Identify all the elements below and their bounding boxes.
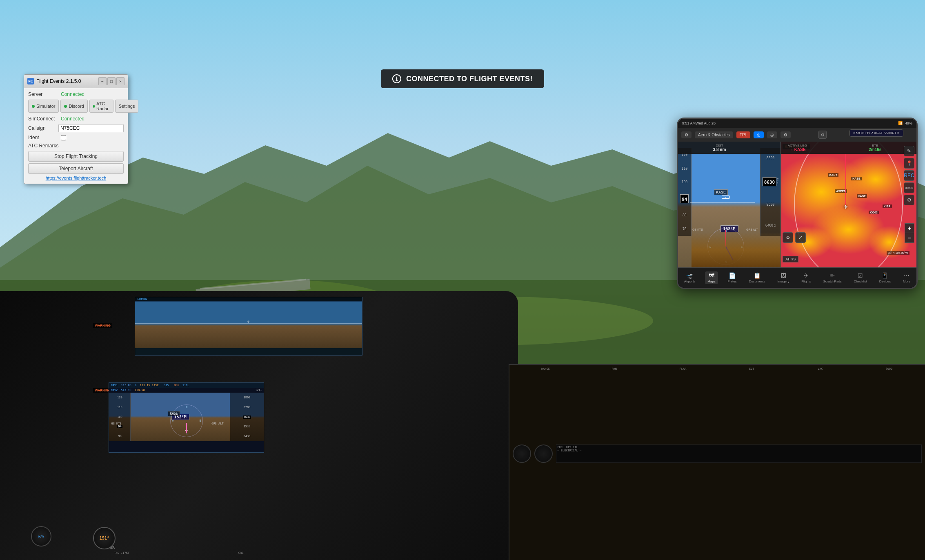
zoom-in-btn[interactable]: +: [905, 223, 914, 233]
banner-text: CONNECTED TO FLIGHT EVENTS!: [406, 75, 533, 83]
teleport-aircraft-button[interactable]: Teleport Aircraft: [28, 163, 124, 174]
dist-item: DIST 3.8 nm: [713, 144, 726, 152]
right-cockpit-instruments: RANGE PAN FLAR EDT VAC 3000 FUEL OTY CAL…: [509, 364, 925, 560]
gear-btn[interactable]: ⚙: [904, 195, 914, 205]
alt-8500-ff: 8500: [767, 203, 774, 207]
map-settings-side-btn[interactable]: ⚙: [783, 232, 793, 243]
inst-pan: PAN: [581, 367, 648, 440]
gps-alt-label: GPS ALT: [211, 422, 224, 425]
fpl-btn[interactable]: FPL: [736, 131, 750, 138]
pin-btn[interactable]: 📍: [904, 158, 914, 169]
tab-discord[interactable]: Discord: [60, 100, 87, 113]
tab-settings[interactable]: Settings: [115, 100, 139, 113]
ipad-topbar: 9:51 AM Wed Aug 26 📶 49%: [678, 119, 916, 128]
tab-simulator[interactable]: Simulator: [28, 100, 59, 113]
kase-map-label: KASE: [851, 177, 861, 180]
alt-8430: 8430: [244, 435, 251, 438]
layers-btn[interactable]: ◎: [754, 131, 764, 138]
close-button[interactable]: ×: [116, 77, 125, 85]
rec-label: REC: [904, 173, 914, 178]
pencil-btn[interactable]: ✎: [904, 146, 914, 156]
tab-plates[interactable]: 📄 Plates: [725, 271, 739, 284]
tab-maps[interactable]: 🗺 Maps: [705, 271, 718, 284]
nav1-freq: 113.00: [121, 384, 131, 387]
terrain-gradient: [692, 232, 780, 267]
aircraft-position-right: ✈: [843, 204, 848, 210]
settings-nav-btn[interactable]: ⚙: [780, 131, 791, 138]
tab-airports[interactable]: 🛫 Airports: [682, 271, 698, 284]
documents-label: Documents: [749, 280, 765, 283]
alt-side-2b: 2: [774, 224, 776, 227]
map-settings-icon: ⚙: [786, 235, 790, 240]
ipad-wifi-icon: 📶: [898, 121, 903, 125]
aero-obstacles-btn[interactable]: Aero & Obstacles: [695, 131, 733, 138]
simconnect-status: Connected: [61, 116, 84, 122]
kase-label: KASE: [168, 411, 180, 416]
dialog-window-controls: − □ ×: [98, 77, 125, 85]
tab-flights[interactable]: ✈ Flights: [799, 271, 814, 284]
left-panel-attitude: 120 110 100 94 80 70 8800: [678, 142, 780, 267]
plates-label: Plates: [727, 280, 736, 283]
zoom-controls: + −: [905, 223, 914, 243]
zoom-out-btn[interactable]: −: [905, 233, 914, 243]
dialog-app-icon: FE: [27, 78, 34, 84]
more-label: More: [903, 280, 910, 283]
panel-divider: [780, 142, 781, 267]
ff-bottom-tabs: 🛫 Airports 🗺 Maps 📄 Plates 📋 Documents 🖼…: [678, 267, 916, 288]
restore-button[interactable]: □: [107, 77, 116, 85]
minimize-button[interactable]: −: [98, 77, 107, 85]
spd-80-t: 80: [683, 213, 687, 217]
ident-checkbox[interactable]: [61, 135, 66, 140]
ipad-battery: 49%: [905, 121, 912, 125]
spd-70-t: 70: [683, 227, 687, 231]
inst-vac: VAC: [787, 367, 854, 440]
speed-readout: 94: [680, 194, 689, 203]
instrument-dials: FUEL OTY CAL — ELECTRICAL —: [509, 443, 925, 464]
tab-scratchpads[interactable]: ✏ ScratchPads: [820, 271, 844, 284]
adsb-btn[interactable]: ◎: [767, 131, 777, 138]
foreflight-map[interactable]: 120 110 100 94 80 70 8800: [678, 142, 916, 267]
nav-gauge: NAV: [31, 526, 51, 547]
tab-devices[interactable]: 📱 Devices: [877, 271, 893, 284]
active-leg-value: → KASE: [789, 147, 806, 152]
callsign-input[interactable]: [58, 124, 124, 132]
rec-btn[interactable]: REC: [904, 170, 914, 181]
brg-val: 118.: [182, 384, 189, 387]
tag-label: TAG 117KT: [114, 551, 129, 555]
dialog-title-area: FE Flight Events 2.1.5.0: [27, 78, 81, 84]
garmin-horizon: ✈: [135, 302, 362, 348]
tab-documents[interactable]: 📋 Documents: [746, 271, 767, 284]
simulator-dot: [32, 105, 35, 108]
checklist-label: Checklist: [854, 280, 867, 283]
tab-checklist[interactable]: ☑ Checklist: [852, 271, 869, 284]
inst-3000: 3000: [856, 367, 923, 440]
instrument-grid: RANGE PAN FLAR EDT VAC 3000: [509, 365, 925, 443]
stop-flight-tracking-button[interactable]: Stop Flight Tracking: [28, 151, 124, 162]
server-status: Connected: [61, 91, 84, 97]
devices-label: Devices: [879, 280, 891, 283]
dialog-titlebar: FE Flight Events 2.1.5.0 − □ ×: [24, 75, 128, 88]
scratchpads-icon: ✏: [830, 272, 835, 279]
dialog-title: Flight Events 2.1.5.0: [36, 78, 81, 84]
scratchpads-label: ScratchPads: [823, 280, 841, 283]
magenta-track-line: [845, 154, 846, 207]
timer-btn[interactable]: 00:00: [904, 182, 914, 193]
route-settings-btn[interactable]: ⚙: [818, 131, 827, 139]
pin-icon: 📍: [906, 160, 912, 166]
attitude-background: 120 110 100 94 80 70 8800: [678, 142, 780, 267]
horizon-line: [690, 202, 755, 202]
kasy-label: KASY: [828, 173, 838, 177]
route-display: KMOD HYP KFAT 5500FT⊕: [849, 129, 903, 137]
callsign-row: Callsign: [28, 124, 124, 132]
tab-atc-radar[interactable]: ATC Radar: [89, 100, 113, 113]
fpl-label: FPL: [740, 133, 747, 137]
map-settings-btn[interactable]: ⚙: [681, 131, 692, 138]
flight-path-indicator: •: [722, 196, 730, 199]
expand-btn[interactable]: ⤢: [795, 232, 806, 243]
events-link[interactable]: https://events.flighttracker.tech: [28, 176, 124, 180]
flights-icon: ✈: [804, 272, 809, 279]
tab-bar: Simulator Discord ATC Radar Settings: [28, 100, 124, 113]
tab-more[interactable]: ⋯ More: [901, 271, 913, 284]
settings-tab-label: Settings: [119, 104, 135, 109]
tab-imagery[interactable]: 🖼 Imagery: [775, 271, 792, 284]
